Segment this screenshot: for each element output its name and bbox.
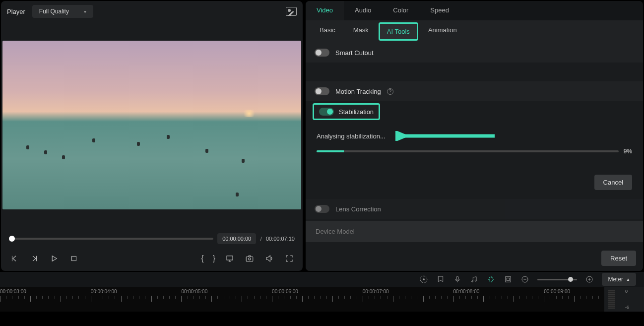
- info-icon[interactable]: ?: [387, 88, 393, 95]
- volume-icon[interactable]: [264, 253, 275, 264]
- progress-bar: [317, 150, 619, 152]
- time-separator: /: [260, 235, 262, 243]
- tab-audio[interactable]: Audio: [344, 1, 382, 20]
- render-icon[interactable]: [419, 275, 428, 284]
- timeline-toolbar: Meter ▲: [0, 272, 644, 287]
- subtab-ai-tools[interactable]: AI Tools: [379, 22, 418, 41]
- svg-rect-7: [456, 276, 458, 280]
- next-frame-button[interactable]: [29, 253, 40, 264]
- arrow-annotation-icon: [395, 131, 495, 141]
- quality-value: Full Quality: [39, 8, 69, 15]
- subtab-animation[interactable]: Animation: [419, 20, 466, 43]
- ruler-label: 00:00:04:00: [91, 289, 117, 294]
- chevron-down-icon: ▾: [84, 9, 86, 14]
- tab-video[interactable]: Video: [306, 1, 344, 20]
- zoom-in-icon[interactable]: [585, 275, 594, 284]
- marker-icon[interactable]: [436, 275, 445, 284]
- svg-rect-0: [72, 257, 76, 261]
- meter-scale-1: -6: [625, 305, 629, 310]
- subtab-basic[interactable]: Basic: [311, 20, 344, 43]
- triangle-up-icon: ▲: [626, 277, 630, 282]
- lens-correction-toggle[interactable]: [315, 205, 329, 213]
- cancel-button[interactable]: Cancel: [594, 175, 632, 190]
- motion-tracking-toggle[interactable]: [315, 87, 329, 95]
- lens-correction-label: Lens Correction: [335, 205, 381, 213]
- smart-cutout-row: Smart Cutout: [306, 43, 643, 63]
- crop-icon[interactable]: [504, 275, 513, 284]
- meter-scale-0: 0: [625, 289, 629, 294]
- ruler-label: 00:00:05:00: [181, 289, 207, 294]
- lens-correction-row: Lens Correction: [306, 199, 643, 219]
- progress-percent: 9%: [624, 148, 632, 155]
- current-time[interactable]: 00:00:00:00: [217, 233, 256, 244]
- stabilization-row: Stabilization: [313, 103, 380, 120]
- svg-point-8: [472, 281, 473, 282]
- subtab-mask[interactable]: Mask: [344, 20, 378, 43]
- analysis-text: Analysing stabilization...: [317, 132, 386, 140]
- stabilization-label: Stabilization: [339, 108, 374, 116]
- svg-rect-10: [506, 277, 511, 282]
- smart-cutout-toggle[interactable]: [315, 49, 329, 57]
- stop-button[interactable]: [68, 253, 79, 264]
- mark-out-button[interactable]: }: [213, 254, 215, 263]
- svg-rect-11: [507, 278, 510, 280]
- sub-tabs: Basic Mask AI Tools Animation: [306, 20, 643, 43]
- ruler-label: 00:00:03:00: [0, 289, 26, 294]
- fullscreen-icon[interactable]: [284, 253, 295, 264]
- device-model-row: Device Model: [306, 221, 643, 242]
- effects-icon[interactable]: [487, 275, 496, 284]
- zoom-slider[interactable]: [537, 279, 577, 280]
- svg-rect-2: [246, 257, 253, 261]
- prev-frame-button[interactable]: [9, 253, 20, 264]
- ruler-label: 00:00:08:00: [453, 289, 480, 294]
- video-preview[interactable]: [2, 41, 301, 209]
- duration: 00:00:07:10: [266, 236, 295, 242]
- svg-rect-1: [227, 256, 233, 260]
- smart-cutout-label: Smart Cutout: [335, 49, 374, 57]
- audio-meter: 0 -6: [604, 287, 644, 312]
- meter-label: Meter: [608, 276, 623, 283]
- zoom-out-icon[interactable]: [520, 275, 529, 284]
- play-button[interactable]: [49, 253, 60, 264]
- main-tabs: Video Audio Color Speed: [306, 1, 643, 20]
- picture-icon[interactable]: [286, 7, 297, 16]
- mic-icon[interactable]: [453, 275, 462, 284]
- quality-dropdown[interactable]: Full Quality ▾: [32, 5, 93, 18]
- stabilization-toggle[interactable]: [319, 108, 334, 116]
- mark-in-button[interactable]: {: [201, 254, 203, 263]
- motion-tracking-row: Motion Tracking ?: [306, 81, 643, 101]
- svg-point-6: [423, 279, 425, 280]
- meter-button[interactable]: Meter ▲: [602, 273, 636, 286]
- snapshot-icon[interactable]: [244, 253, 255, 264]
- svg-point-3: [249, 258, 251, 261]
- properties-panel: Video Audio Color Speed Basic Mask AI To…: [306, 1, 643, 271]
- tab-color[interactable]: Color: [382, 1, 419, 20]
- tab-speed[interactable]: Speed: [419, 1, 460, 20]
- timeline-ruler[interactable]: 00:00:03:00 00:00:04:00 00:00:05:00 00:0…: [0, 287, 644, 312]
- music-icon[interactable]: [470, 275, 479, 284]
- scrubber[interactable]: [9, 238, 213, 240]
- ruler-label: 00:00:06:00: [272, 289, 298, 294]
- reset-button[interactable]: Reset: [601, 251, 636, 266]
- player-label: Player: [7, 8, 25, 15]
- svg-point-9: [475, 280, 477, 281]
- motion-tracking-label: Motion Tracking: [335, 88, 381, 95]
- screen-icon[interactable]: [224, 253, 235, 264]
- player-panel: Player Full Quality ▾: [1, 1, 303, 271]
- ruler-label: 00:00:09:00: [544, 289, 570, 294]
- ruler-label: 00:00:07:00: [363, 289, 389, 294]
